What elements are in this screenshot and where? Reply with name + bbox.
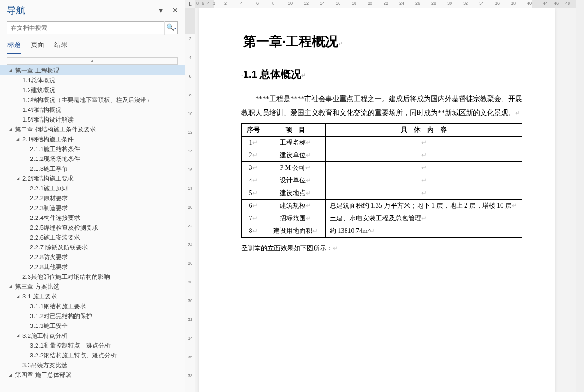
nav-search: 🔍▾: [7, 21, 178, 34]
table-row: 1↵工程名称↵↵: [242, 137, 522, 149]
table-row: 5↵建设地点↵↵: [242, 187, 522, 200]
outline-label: 2.2.6施工安装要求: [28, 233, 80, 242]
collapse-all-button[interactable]: ▲: [7, 57, 178, 65]
outline-label: 3.3吊装方案比选: [21, 361, 67, 370]
outline-label: 第三章 方案比选: [13, 283, 59, 291]
expand-icon[interactable]: ◢: [15, 334, 21, 338]
outline-item[interactable]: ▶3.1.1钢结构施工要求: [0, 301, 185, 311]
outline-label: 2.2.3制造要求: [28, 204, 68, 212]
outline-label: 1.4钢结构概况: [21, 106, 61, 114]
outline-label: 2.2.8其他要求: [28, 263, 68, 271]
document-scroll[interactable]: ·第一章·工程概况↵ ·1.1 总体概况↵ ****工程是****市社会事业重点…: [195, 8, 576, 392]
nav-dropdown-icon[interactable]: ▼: [157, 7, 164, 14]
outline-label: 2.2钢结构施工要求: [21, 174, 74, 183]
outline-item[interactable]: ▶1.5钢结构设计解读: [0, 115, 185, 124]
outline-label: 2.2.5焊缝检查及检测要求: [28, 224, 98, 232]
outline-item[interactable]: ▶2.1.2现场场地条件: [0, 154, 185, 164]
outline-item[interactable]: ▶2.2.2原材要求: [0, 193, 185, 203]
ruler-corner-icon[interactable]: L: [185, 0, 195, 8]
outline-label: 2.3其他部位施工对钢结构的影响: [21, 273, 110, 281]
outline-label: 3.2.1测量控制特点、难点分析: [28, 341, 111, 350]
vertical-ruler: L 2468101214161820222426283032343638: [185, 0, 195, 392]
outline-item[interactable]: ◢第三章 方案比选: [0, 282, 185, 291]
table-row: 7↵招标范围↵土建、水电安装工程及总包管理↵: [242, 212, 522, 225]
search-input[interactable]: [7, 24, 164, 31]
outline-item[interactable]: ◢第四章 施工总体部署: [0, 370, 185, 380]
outline-label: 3.1 施工要求: [21, 292, 57, 301]
outline-item[interactable]: ▶3.3吊装方案比选: [0, 360, 185, 370]
nav-close-icon[interactable]: ✕: [172, 7, 178, 14]
table-header: 具 体 内 容: [326, 124, 522, 137]
project-table: 序号项 目具 体 内 容 1↵工程名称↵↵2↵建设单位↵↵3↵P M 公司↵↵4…: [241, 123, 522, 238]
table-row: 2↵建设单位↵↵: [242, 149, 522, 162]
outline-label: 第二章 钢结构施工条件及要求: [13, 125, 96, 134]
outline-item[interactable]: ▶2.3其他部位施工对钢结构的影响: [0, 272, 185, 282]
outline-item[interactable]: ▶3.1.3施工安全: [0, 321, 185, 331]
outline-item[interactable]: ▶2.2.8其他要求: [0, 262, 185, 272]
outline-label: 3.2施工特点分析: [21, 332, 67, 340]
outline-item[interactable]: ▶2.2.1施工原则: [0, 183, 185, 193]
outline-label: 2.2.2原材要求: [28, 194, 68, 203]
outline-item[interactable]: ▶2.2.7 除锈及防锈要求: [0, 242, 185, 252]
outline-label: 1.5钢结构设计解读: [21, 116, 74, 124]
expand-icon[interactable]: ◢: [15, 176, 21, 181]
outline-label: 1.1总体概况: [21, 76, 55, 85]
outline-label: 2.2.7 除锈及防锈要求: [28, 243, 88, 252]
tab-headings[interactable]: 标题: [7, 41, 21, 54]
outline-label: 1.3结构概况（主要是地下室顶板、柱及后浇带）: [21, 96, 153, 104]
outline-item[interactable]: ▶1.1总体概况: [0, 75, 185, 85]
outline-item[interactable]: ◢第一章 工程概况: [0, 65, 185, 75]
table-row: 3↵P M 公司↵↵: [242, 162, 522, 174]
outline-item[interactable]: ◢第二章 钢结构施工条件及要求: [0, 124, 185, 134]
outline-tree: ◢第一章 工程概况▶1.1总体概况▶1.2建筑概况▶1.3结构概况（主要是地下室…: [0, 65, 185, 392]
expand-icon[interactable]: ◢: [15, 294, 21, 298]
outline-item[interactable]: ◢2.1钢结构施工条件: [0, 134, 185, 144]
expand-icon[interactable]: ◢: [15, 137, 21, 141]
heading-1: ·第一章·工程概况↵: [241, 33, 522, 51]
outline-item[interactable]: ◢3.1 施工要求: [0, 291, 185, 301]
document-page: ·第一章·工程概况↵ ·1.1 总体概况↵ ****工程是****市社会事业重点…: [199, 8, 555, 392]
outline-item[interactable]: ▶3.1.2对已完结构的保护: [0, 311, 185, 321]
outline-item[interactable]: ▶2.2.8防火要求: [0, 252, 185, 262]
outline-label: 2.2.4构件连接要求: [28, 214, 80, 222]
table-row: 8↵建设用地面积↵约 13810.74m²↵: [242, 225, 522, 238]
outline-item[interactable]: ▶2.1.1施工结构条件: [0, 144, 185, 154]
tab-pages[interactable]: 页面: [31, 41, 44, 54]
outline-item[interactable]: ▶1.2建筑概况: [0, 85, 185, 95]
expand-icon[interactable]: ◢: [7, 373, 13, 377]
table-header: 序号: [242, 124, 265, 137]
navigation-pane: 导航 ▼ ✕ 🔍▾ 标题 页面 结果 ▲ ◢第一章 工程概况▶1.1总体概况▶1…: [0, 0, 185, 392]
outline-item[interactable]: ▶2.2.5焊缝检查及检测要求: [0, 223, 185, 232]
expand-icon[interactable]: ◢: [7, 127, 13, 131]
outline-label: 3.2.2钢结构施工特点、难点分析: [28, 351, 117, 360]
table-row: 4↵设计单位↵↵: [242, 174, 522, 187]
outline-label: 2.1.3施工季节: [28, 165, 68, 173]
heading-2: ·1.1 总体概况↵: [241, 67, 522, 81]
figure-caption: 圣训堂的立面效果如下图所示：↵: [241, 244, 522, 253]
outline-item[interactable]: ▶2.2.3制造要求: [0, 203, 185, 213]
search-icon[interactable]: 🔍▾: [164, 21, 177, 35]
expand-icon[interactable]: ◢: [7, 284, 13, 289]
outline-label: 第一章 工程概况: [13, 66, 59, 75]
outline-item[interactable]: ▶2.2.6施工安装要求: [0, 232, 185, 242]
outline-item[interactable]: ◢2.2钢结构施工要求: [0, 174, 185, 183]
outline-item[interactable]: ▶3.2.2钢结构施工特点、难点分析: [0, 350, 185, 360]
document-area: L 2468101214161820222426283032343638 864…: [185, 0, 584, 392]
outline-label: 2.1钢结构施工条件: [21, 135, 74, 144]
outline-item[interactable]: ◢3.2施工特点分析: [0, 331, 185, 341]
outline-item[interactable]: ▶1.4钢结构概况: [0, 105, 185, 115]
outline-item[interactable]: ▶1.3结构概况（主要是地下室顶板、柱及后浇带）: [0, 95, 185, 105]
tab-results[interactable]: 结果: [54, 41, 67, 54]
nav-title: 导航: [7, 4, 25, 16]
outline-item[interactable]: ▶3.2.1测量控制特点、难点分析: [0, 341, 185, 350]
outline-label: 2.1.2现场场地条件: [28, 155, 80, 163]
vertical-scrollbar[interactable]: [576, 0, 584, 392]
table-row: 6↵建筑规模↵总建筑面积约 1.35 万平方米；地下 1 层，地上 2 层，塔楼…: [242, 200, 522, 212]
horizontal-ruler: 8642 24681012141618202224262830323436384…: [195, 0, 576, 8]
outline-item[interactable]: ▶2.2.4构件连接要求: [0, 213, 185, 223]
expand-icon[interactable]: ◢: [7, 68, 13, 73]
outline-label: 第四章 施工总体部署: [13, 371, 72, 379]
outline-item[interactable]: ▶2.1.3施工季节: [0, 164, 185, 174]
outline-label: 3.1.3施工安全: [28, 322, 68, 330]
outline-label: 1.2建筑概况: [21, 86, 55, 94]
